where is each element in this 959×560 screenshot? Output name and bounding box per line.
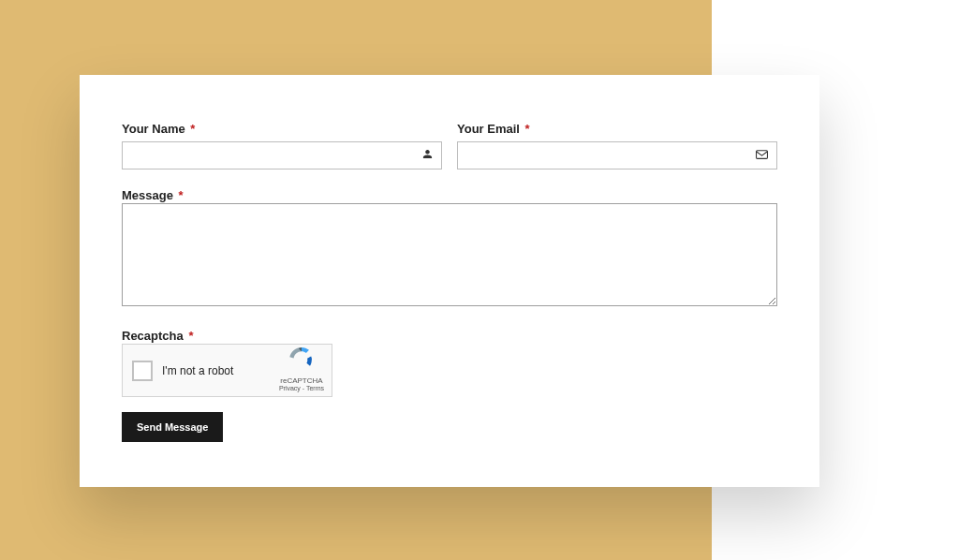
contact-form-card: Your Name * Your Email * — [80, 75, 819, 487]
email-input-wrap — [457, 141, 777, 169]
recaptcha-brand-name: reCAPTCHA — [280, 376, 322, 386]
name-label-text: Your Name — [122, 122, 185, 136]
email-label-text: Your Email — [457, 122, 520, 136]
recaptcha-checkbox-label: I'm not a robot — [162, 364, 279, 377]
recaptcha-brand-links[interactable]: Privacy - Terms — [279, 385, 324, 392]
svg-rect-0 — [757, 151, 768, 159]
message-label-text: Message — [122, 188, 173, 202]
recaptcha-checkbox[interactable] — [132, 361, 153, 381]
email-required-marker: * — [525, 122, 530, 136]
recaptcha-label: Recaptcha * — [122, 329, 193, 343]
email-input[interactable] — [457, 141, 777, 169]
name-required-marker: * — [190, 122, 195, 136]
name-email-row: Your Name * Your Email * — [122, 122, 777, 169]
message-textarea[interactable] — [122, 203, 777, 306]
name-input-wrap — [122, 141, 442, 169]
recaptcha-logo-icon — [289, 347, 314, 374]
name-input[interactable] — [122, 141, 442, 169]
message-required-marker: * — [179, 188, 184, 202]
name-field: Your Name * — [122, 122, 442, 169]
recaptcha-field: Recaptcha * I'm not a robot reCAPTCHA Pr… — [122, 327, 777, 397]
recaptcha-widget: I'm not a robot reCAPTCHA Privacy - Term… — [122, 344, 332, 397]
email-field: Your Email * — [457, 122, 777, 169]
envelope-icon — [756, 149, 768, 162]
user-icon — [422, 149, 433, 163]
recaptcha-brand: reCAPTCHA Privacy - Terms — [279, 347, 324, 392]
send-message-button[interactable]: Send Message — [122, 412, 223, 442]
name-label: Your Name * — [122, 122, 442, 136]
message-label: Message * — [122, 188, 184, 202]
message-field: Message * — [122, 186, 777, 310]
recaptcha-label-text: Recaptcha — [122, 329, 184, 343]
recaptcha-required-marker: * — [188, 329, 193, 343]
email-label: Your Email * — [457, 122, 777, 136]
